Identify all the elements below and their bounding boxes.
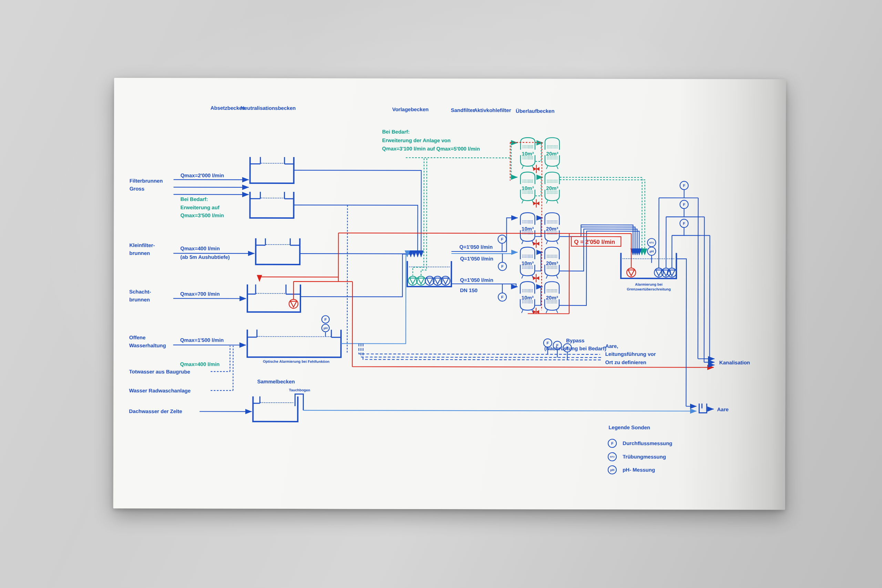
legend-ph-symbol: pH [610,468,614,472]
dachwasser-label: Dachwasser der Zelte [129,408,182,414]
bypass-label-1: Bypass [566,338,584,344]
expansion-note-line2: Erweiterung der Anlage von [382,138,451,143]
filterbrunnen-exp-2: Erweiterung auf [180,204,220,210]
flow-probe-letter: F [683,202,685,206]
header-ueberlaufbecken: Überlaufbecken [516,108,555,114]
header-sandfilter: Sandfilter [451,107,475,113]
diagram-sheet: Absetzbecken Neutralisationsbecken Vorla… [113,78,786,510]
legend-flow-label: Durchflussmessung [622,440,672,446]
schachtbrunnen-rate: Qmax=700 l/min [180,291,220,297]
tank-volume-label: 10m³ [521,294,533,300]
future-pump-suction-lines [413,159,427,276]
source-totwasser: Qmax=400 l/min Totwasser aus Baugrube [129,345,230,375]
source-schachtbrunnen: Schacht- brunnen Qmax=700 l/min [129,289,246,303]
q-line2-label: Q=1'050 l/min [460,256,494,261]
flow-probe-letter: F [683,221,685,225]
q-line3-label: Q=1'050 l/min [460,277,494,283]
tank-volume-label: 20m³ [546,295,558,301]
expansion-note-line3: Qmax=3'100 l/min auf Qmax=5'000 l/min [382,146,480,152]
red-flow-label: Q = 2'050 l/min [574,239,615,245]
tank-volume-label: 20m³ [546,151,558,157]
filterbrunnen-rate: Qmax=2'000 l/min [180,172,224,178]
filterbrunnen-label-1: Filterbrunnen [129,178,163,184]
legend-flow-symbol: F [611,441,614,446]
legend-turbidity-label: Trübungmessung [622,454,666,459]
flow-probe-letter: F [501,264,504,268]
ueberlauf-pump-3 [668,268,676,277]
filterbrunnen-exp-3: Qmax=3'500 l/min [180,212,224,218]
sammelbecken-label: Sammelbecken [257,379,295,384]
red-main-line [338,233,631,268]
source-dachwasser: Dachwasser der Zelte [129,408,252,414]
pipes-vorlage-to-filters: F F F Q=1'050 l/min Q=1'050 l/min Q=1'05… [452,218,518,301]
kleinfilterbrunnen-tank [256,238,300,264]
plant-expansion-note: Bei Bedarf: Erweiterung der Anlage von Q… [382,129,480,152]
schachtbrunnen-label-1: Schacht- [129,289,151,294]
future-pump-1 [408,276,417,285]
process-flow-diagram: Absetzbecken Neutralisationsbecken Vorla… [113,78,786,510]
source-filterbrunnen: Filterbrunnen Gross Qmax=2'000 l/min Bei… [129,172,248,218]
kleinfilterbrunnen-rate: Qmax=400 l/min [180,245,220,251]
pipes-feed-vorlagebecken [294,170,422,354]
schachtbrunnen-label-2: brunnen [129,297,150,303]
kleinfilterbrunnen-label-1: Kleinfilter- [129,242,155,248]
tank-volume-label: 10m³ [522,150,534,156]
offene-caption: Optische Alarmierung bei Fehlfunktion [263,359,329,363]
future-filter-bank: 10m³ 20m³ 10m³ 20m³ [405,138,645,255]
totwasser-rate: Qmax=400 l/min [180,361,220,367]
tank-volume-label: 10m³ [522,226,534,231]
tank-volume-label: 20m³ [546,185,558,191]
red-return-to-schachtbrunnen [260,277,338,281]
kleinfilterbrunnen-note: (ab 5m Aushubtiefe) [180,254,230,260]
kanalisation-label: Kanalisation [719,360,750,366]
offene-label-1: Offene [129,334,146,340]
legend-turbidity-symbol: NTU [610,455,615,458]
flow-probe-letter: F [501,237,503,241]
dn150-label: DN 150 [460,287,477,293]
legend-title: Legende Sonden [609,424,650,430]
aare-note-2: Leitungsführung vor [605,351,656,357]
flow-probe-letter: F [501,295,504,299]
aare-note-1: Aare, [605,343,618,349]
source-offene-wasserhaltung: Offene Wasserhaltung Qmax=1'500 l/min [129,334,246,349]
schachtbrunnen-tank [248,285,300,312]
absetzbecken-tank-1 [250,157,294,183]
legend: Legende Sonden F Durchflussmessung NTU T… [608,424,672,474]
aare-note-3: Ort zu definieren [605,359,646,365]
filter-outlet-2 [560,229,637,271]
sammelbecken-tank: Sammelbecken Tauchbogen [253,379,310,422]
ueberlauf-red-pump [627,268,636,277]
future-pump-2 [417,276,426,285]
tauchbogen-label: Tauchbogen [289,388,310,392]
red-backwash-system: Q = 2'050 l/min [260,142,714,368]
planned-absetzbecken-bypass-drop [347,205,348,354]
tauchbogen-pipe [295,394,303,410]
filterbrunnen-exp-1: Bei Bedarf: [180,196,208,202]
pipes-discharge: F F F Kanalisation [659,181,750,366]
sammelbecken-line [303,410,696,411]
red-pump-discharge [294,233,352,299]
offene-label-2: Wasserhaltung [129,342,166,348]
totwasser-label: Totwasser aus Baugrube [129,369,190,374]
aare-outfall [699,404,706,413]
ueberlaufbecken-tank: NTU pH Alarmierung bei Grenzwertüberschr… [621,238,676,291]
legend-ph-label: pH- Messung [622,467,655,472]
offene-wasserhaltung-basin: F pH Optische Alarmierung bei Fehlfunkti… [248,315,341,364]
ueberlauf-caption-2: Grenzwertüberschreitung [627,287,671,291]
ph-probe-letter: pH [650,250,654,253]
column-headers: Absetzbecken Neutralisationsbecken Vorla… [210,105,555,114]
bypass-lines: F F F Bypass (Nachrüstung bei Bedarf) Aa… [359,337,656,365]
header-neutralisationsbecken: Neutralisationsbecken [240,105,296,111]
schachtbrunnen-red-pump [289,299,298,308]
offene-rate: Qmax=1'500 l/min [180,337,224,343]
expansion-note-line1: Bei Bedarf: [382,129,410,135]
q-line1-label: Q=1'050 l/min [459,244,493,250]
absetzbecken-tank-2 [250,192,294,218]
ueberlauf-caption-1: Alarmierung bei [635,282,663,286]
tank-volume-label: 20m³ [546,226,558,232]
turbidity-probe-letter: NTU [650,242,654,244]
header-absetzbecken: Absetzbecken [210,105,245,111]
flow-probe-letter: F [324,317,327,321]
aare-label: Aare [717,406,728,412]
filterbrunnen-label-2: Gross [129,186,144,192]
